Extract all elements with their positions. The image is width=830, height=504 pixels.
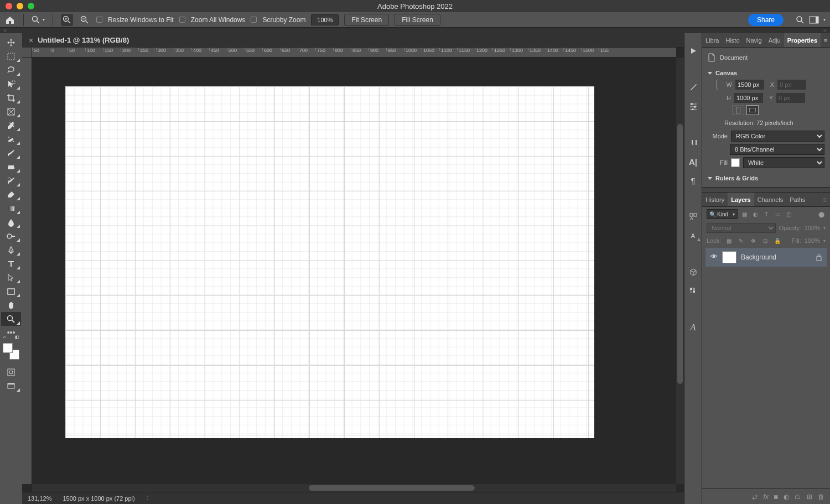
hand-tool[interactable] bbox=[1, 298, 21, 312]
document-tab[interactable]: × Untitled-1 @ 131% (RGB/8) bbox=[22, 33, 136, 48]
crop-tool[interactable] bbox=[1, 91, 21, 105]
canvas-viewport[interactable] bbox=[32, 58, 676, 484]
fit-screen-button[interactable]: Fit Screen bbox=[344, 14, 389, 26]
3d-panel-icon[interactable] bbox=[688, 267, 699, 278]
tab-histogram[interactable]: Histo bbox=[722, 33, 743, 47]
ruler-horizontal[interactable]: 5005010015020025030035040045050055060065… bbox=[32, 48, 676, 58]
scrubby-zoom-checkbox[interactable] bbox=[251, 17, 257, 23]
tab-navigator[interactable]: Navig bbox=[743, 33, 765, 47]
fill-opacity-value[interactable]: 100% bbox=[805, 237, 820, 244]
styles-panel-icon[interactable]: AA bbox=[688, 230, 699, 241]
zoom-all-checkbox[interactable] bbox=[179, 17, 185, 23]
foreground-color-swatch[interactable] bbox=[3, 343, 13, 353]
link-layers-icon[interactable]: ⇄ bbox=[752, 493, 758, 501]
panel-menu-icon[interactable]: ≡ bbox=[821, 33, 830, 47]
canvas-height-input[interactable] bbox=[734, 93, 763, 103]
tab-paths[interactable]: Paths bbox=[786, 193, 808, 206]
workspace-dropdown-icon[interactable]: ▾ bbox=[823, 17, 826, 22]
move-tool[interactable] bbox=[1, 35, 21, 49]
search-icon[interactable] bbox=[796, 15, 805, 24]
rectangle-tool[interactable] bbox=[1, 284, 21, 298]
history-brush-tool[interactable] bbox=[1, 174, 21, 188]
layer-locked-icon[interactable] bbox=[816, 253, 822, 261]
filter-shape-icon[interactable]: ▭ bbox=[773, 210, 782, 219]
home-icon[interactable] bbox=[4, 15, 15, 25]
status-zoom[interactable]: 131,12% bbox=[28, 495, 51, 502]
ruler-origin[interactable] bbox=[22, 48, 32, 58]
opacity-value[interactable]: 100% bbox=[805, 225, 820, 231]
marquee-tool[interactable] bbox=[1, 49, 21, 63]
zoom-percent-input[interactable] bbox=[311, 14, 339, 25]
mask-icon[interactable]: ◙ bbox=[774, 493, 778, 501]
fx-icon[interactable]: fx bbox=[763, 493, 768, 501]
quick-mask-icon[interactable] bbox=[1, 365, 21, 379]
filter-type-icon[interactable]: T bbox=[762, 210, 771, 219]
lock-position-icon[interactable]: ✥ bbox=[749, 236, 758, 245]
blur-tool[interactable] bbox=[1, 215, 21, 229]
rulers-section-header[interactable]: Rulers & Grids bbox=[708, 175, 824, 181]
filter-kind-select[interactable]: 🔍Kind▾ bbox=[707, 209, 738, 219]
link-dimensions-icon[interactable] bbox=[715, 79, 721, 91]
layer-thumbnail[interactable] bbox=[722, 251, 736, 263]
status-doc-info[interactable]: 1500 px x 1000 px (72 ppi) bbox=[63, 495, 134, 502]
canvas-section-header[interactable]: Canvas bbox=[708, 70, 824, 76]
tab-properties[interactable]: Properties bbox=[784, 33, 821, 47]
adjustments-panel-icon[interactable] bbox=[688, 101, 699, 112]
layers-panel-menu-icon[interactable]: ≡ bbox=[820, 193, 830, 206]
zoom-tool[interactable] bbox=[1, 312, 21, 326]
layer-name[interactable]: Background bbox=[741, 253, 776, 261]
tab-layers[interactable]: Layers bbox=[728, 193, 754, 206]
fill-screen-button[interactable]: Fill Screen bbox=[395, 14, 440, 26]
eyedropper-tool[interactable] bbox=[1, 118, 21, 132]
swap-colors-icon[interactable]: ⤺ bbox=[3, 335, 7, 340]
tab-adjustments[interactable]: Adju bbox=[765, 33, 784, 47]
path-selection-tool[interactable] bbox=[1, 271, 21, 284]
scrollbar-horizontal[interactable] bbox=[32, 484, 676, 492]
selection-tool[interactable] bbox=[1, 77, 21, 91]
canvas-width-input[interactable] bbox=[735, 80, 764, 90]
ruler-vertical[interactable] bbox=[22, 58, 32, 484]
close-tab-icon[interactable]: × bbox=[29, 36, 33, 45]
screen-mode-icon[interactable] bbox=[1, 379, 21, 393]
lock-artboard-icon[interactable]: ⊡ bbox=[761, 236, 770, 245]
layer-visibility-icon[interactable] bbox=[710, 253, 718, 261]
healing-brush-tool[interactable] bbox=[1, 132, 21, 146]
adjustment-layer-icon[interactable]: ◐ bbox=[784, 493, 789, 501]
tool-preset[interactable]: ▾ bbox=[32, 15, 45, 24]
color-mode-select[interactable]: RGB Color bbox=[731, 131, 824, 142]
layer-row-background[interactable]: Background bbox=[706, 248, 827, 267]
lasso-tool[interactable] bbox=[1, 63, 21, 77]
bit-depth-select[interactable]: 8 Bits/Channel bbox=[730, 144, 824, 155]
new-layer-icon[interactable]: ⊞ bbox=[807, 493, 812, 501]
swatches-panel-icon[interactable] bbox=[688, 285, 699, 297]
maximize-window[interactable] bbox=[28, 3, 34, 9]
fill-color-swatch[interactable] bbox=[731, 158, 740, 167]
expand-left-icon[interactable]: ›› bbox=[3, 28, 7, 33]
pen-tool[interactable] bbox=[1, 243, 21, 257]
paragraph-panel-icon[interactable]: ¶ bbox=[688, 175, 699, 186]
type-tool[interactable] bbox=[1, 257, 21, 271]
frame-tool[interactable] bbox=[1, 105, 21, 118]
brush-settings-icon[interactable] bbox=[688, 82, 699, 93]
play-actions-icon[interactable] bbox=[688, 45, 699, 56]
fill-select[interactable]: White bbox=[743, 157, 824, 168]
font-panel-icon[interactable]: A bbox=[688, 322, 699, 333]
expand-right-icon[interactable]: ‹‹ bbox=[823, 28, 827, 33]
filter-toggle-icon[interactable]: ⬤ bbox=[817, 210, 826, 219]
zoom-in-toggle[interactable] bbox=[61, 14, 73, 26]
type-panel-icon[interactable]: A| bbox=[688, 156, 699, 167]
canvas[interactable] bbox=[65, 86, 594, 438]
gradient-tool[interactable] bbox=[1, 201, 21, 215]
orientation-portrait[interactable] bbox=[732, 105, 744, 115]
minimize-window[interactable] bbox=[17, 3, 23, 9]
share-button[interactable]: Share bbox=[748, 14, 784, 26]
status-more-icon[interactable]: 〉 bbox=[146, 494, 152, 502]
filter-adjustment-icon[interactable]: ◐ bbox=[751, 210, 760, 219]
brush-tool[interactable] bbox=[1, 146, 21, 160]
filter-smart-icon[interactable]: ◫ bbox=[784, 210, 793, 219]
blend-mode-select[interactable]: Normal bbox=[707, 223, 776, 233]
tab-history[interactable]: History bbox=[702, 193, 728, 206]
close-window[interactable] bbox=[6, 3, 12, 9]
delete-layer-icon[interactable]: 🗑 bbox=[818, 493, 824, 501]
tab-libraries[interactable]: Libra bbox=[702, 33, 722, 47]
